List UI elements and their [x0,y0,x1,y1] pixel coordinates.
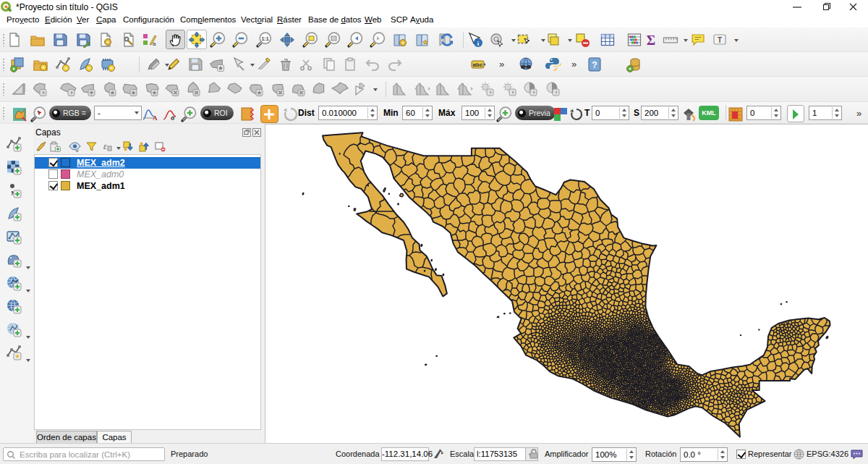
svg-text:A: A [153,114,158,122]
svg-text:σ: σ [171,114,175,122]
svg-text:1:1: 1:1 [261,36,268,41]
svg-text:T: T [718,36,722,44]
svg-text:Σ: Σ [647,33,655,48]
svg-text:a: a [153,41,156,47]
svg-text:ε: ε [103,141,107,151]
svg-text:abc: abc [473,62,483,68]
svg-text:?: ? [592,60,597,70]
